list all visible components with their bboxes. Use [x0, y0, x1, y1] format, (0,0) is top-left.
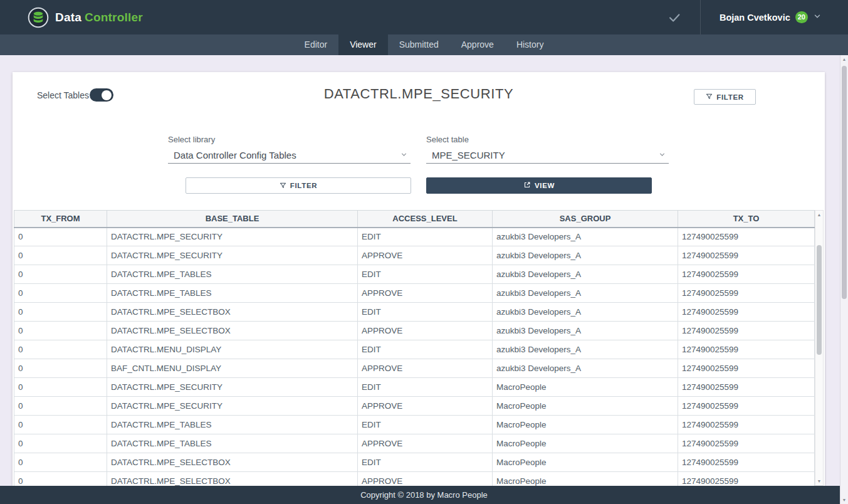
view-button[interactable]: VIEW: [426, 177, 652, 194]
table-cell[interactable]: MacroPeople: [493, 453, 678, 472]
table-cell[interactable]: 127490025599: [678, 472, 815, 486]
table-scrollbar[interactable]: ▲ ▼: [815, 210, 824, 486]
table-cell[interactable]: EDIT: [358, 416, 493, 434]
table-cell[interactable]: azukbi3 Developers_A: [493, 284, 678, 303]
table-cell[interactable]: azukbi3 Developers_A: [493, 246, 678, 265]
table-cell[interactable]: MacroPeople: [493, 378, 678, 397]
table-cell[interactable]: 0: [14, 359, 107, 378]
table-cell[interactable]: DATACTRL.MPE_SECURITY: [107, 246, 358, 265]
table-row[interactable]: 0DATACTRL.MPE_TABLESAPPROVEazukbi3 Devel…: [14, 284, 815, 303]
column-header[interactable]: ACCESS_LEVEL: [358, 211, 493, 228]
column-header[interactable]: TX_TO: [678, 211, 815, 228]
table-row[interactable]: 0DATACTRL.MPE_TABLESEDITMacroPeople12749…: [14, 416, 815, 434]
library-select[interactable]: Data Controller Config Tables: [168, 147, 411, 164]
table-cell[interactable]: DATACTRL.MPE_SELECTBOX: [107, 303, 358, 322]
table-cell[interactable]: APPROVE: [358, 359, 493, 378]
table-cell[interactable]: EDIT: [358, 340, 493, 359]
page-scrollbar[interactable]: ▲ ▼: [840, 55, 848, 504]
table-cell[interactable]: EDIT: [358, 378, 493, 397]
table-cell[interactable]: 0: [14, 265, 107, 284]
table-cell[interactable]: 127490025599: [678, 397, 815, 416]
table-cell[interactable]: APPROVE: [358, 246, 493, 265]
table-cell[interactable]: EDIT: [358, 303, 493, 322]
table-cell[interactable]: 0: [14, 378, 107, 397]
table-cell[interactable]: azukbi3 Developers_A: [493, 303, 678, 322]
table-cell[interactable]: BAF_CNTL.MENU_DISPLAY: [107, 359, 358, 378]
scroll-down-icon[interactable]: ▼: [815, 477, 823, 485]
table-cell[interactable]: DATACTRL.MENU_DISPLAY: [107, 340, 358, 359]
table-cell[interactable]: 127490025599: [678, 378, 815, 397]
tab-editor[interactable]: Editor: [293, 34, 339, 55]
table-cell[interactable]: 127490025599: [678, 284, 815, 303]
user-menu[interactable]: Bojan Cvetkovic 20: [701, 0, 848, 34]
table-row[interactable]: 0DATACTRL.MPE_TABLESEDITazukbi3 Develope…: [14, 265, 815, 284]
table-row[interactable]: 0BAF_CNTL.MENU_DISPLAYAPPROVEazukbi3 Dev…: [14, 359, 815, 378]
table-row[interactable]: 0DATACTRL.MPE_SECURITYEDITazukbi3 Develo…: [14, 228, 815, 246]
table-cell[interactable]: APPROVE: [358, 434, 493, 453]
table-cell[interactable]: DATACTRL.MPE_SECURITY: [107, 397, 358, 416]
table-cell[interactable]: 0: [14, 416, 107, 434]
tab-submitted[interactable]: Submitted: [388, 34, 450, 55]
table-cell[interactable]: DATACTRL.MPE_TABLES: [107, 284, 358, 303]
table-row[interactable]: 0DATACTRL.MPE_SECURITYEDITMacroPeople127…: [14, 378, 815, 397]
table-cell[interactable]: azukbi3 Developers_A: [493, 359, 678, 378]
column-header[interactable]: TX_FROM: [14, 211, 107, 228]
table-row[interactable]: 0DATACTRL.MPE_SELECTBOXAPPROVEazukbi3 De…: [14, 322, 815, 340]
table-cell[interactable]: 127490025599: [678, 453, 815, 472]
table-select[interactable]: MPE_SECURITY: [426, 147, 669, 164]
table-cell[interactable]: 127490025599: [678, 322, 815, 340]
table-row[interactable]: 0DATACTRL.MENU_DISPLAYEDITazukbi3 Develo…: [14, 340, 815, 359]
table-scrollbar-thumb[interactable]: [817, 245, 822, 355]
table-cell[interactable]: EDIT: [358, 453, 493, 472]
table-cell[interactable]: 0: [14, 303, 107, 322]
table-cell[interactable]: 0: [14, 322, 107, 340]
table-cell[interactable]: APPROVE: [358, 322, 493, 340]
table-cell[interactable]: DATACTRL.MPE_SELECTBOX: [107, 453, 358, 472]
table-row[interactable]: 0DATACTRL.MPE_TABLESAPPROVEMacroPeople12…: [14, 434, 815, 453]
table-row[interactable]: 0DATACTRL.MPE_SELECTBOXEDITazukbi3 Devel…: [14, 303, 815, 322]
table-cell[interactable]: azukbi3 Developers_A: [493, 340, 678, 359]
table-cell[interactable]: 127490025599: [678, 303, 815, 322]
table-cell[interactable]: 127490025599: [678, 340, 815, 359]
table-cell[interactable]: DATACTRL.MPE_TABLES: [107, 416, 358, 434]
tab-history[interactable]: History: [505, 34, 555, 55]
table-cell[interactable]: 127490025599: [678, 228, 815, 246]
table-cell[interactable]: 127490025599: [678, 434, 815, 453]
table-cell[interactable]: DATACTRL.MPE_TABLES: [107, 265, 358, 284]
table-cell[interactable]: EDIT: [358, 265, 493, 284]
table-cell[interactable]: DATACTRL.MPE_TABLES: [107, 434, 358, 453]
table-cell[interactable]: DATACTRL.MPE_SELECTBOX: [107, 322, 358, 340]
table-cell[interactable]: 127490025599: [678, 416, 815, 434]
table-cell[interactable]: 0: [14, 397, 107, 416]
table-row[interactable]: 0DATACTRL.MPE_SECURITYAPPROVEMacroPeople…: [14, 397, 815, 416]
table-cell[interactable]: azukbi3 Developers_A: [493, 228, 678, 246]
table-cell[interactable]: MacroPeople: [493, 416, 678, 434]
table-cell[interactable]: DATACTRL.MPE_SELECTBOX: [107, 472, 358, 486]
table-cell[interactable]: 127490025599: [678, 265, 815, 284]
table-cell[interactable]: APPROVE: [358, 284, 493, 303]
table-cell[interactable]: 0: [14, 246, 107, 265]
table-cell[interactable]: APPROVE: [358, 472, 493, 486]
scroll-up-icon[interactable]: ▲: [815, 211, 823, 219]
table-cell[interactable]: 0: [14, 284, 107, 303]
table-cell[interactable]: MacroPeople: [493, 434, 678, 453]
filter-button[interactable]: FILTER: [186, 177, 411, 194]
table-cell[interactable]: APPROVE: [358, 397, 493, 416]
tab-viewer[interactable]: Viewer: [338, 34, 388, 55]
table-cell[interactable]: 0: [14, 453, 107, 472]
table-row[interactable]: 0DATACTRL.MPE_SELECTBOXEDITMacroPeople12…: [14, 453, 815, 472]
table-cell[interactable]: azukbi3 Developers_A: [493, 265, 678, 284]
table-cell[interactable]: azukbi3 Developers_A: [493, 322, 678, 340]
table-cell[interactable]: DATACTRL.MPE_SECURITY: [107, 378, 358, 397]
table-cell[interactable]: EDIT: [358, 228, 493, 246]
table-cell[interactable]: 0: [14, 434, 107, 453]
scroll-up-icon[interactable]: ▲: [840, 55, 848, 63]
table-row[interactable]: 0DATACTRL.MPE_SECURITYAPPROVEazukbi3 Dev…: [14, 246, 815, 265]
filter-top-button[interactable]: FILTER: [694, 89, 756, 105]
column-header[interactable]: BASE_TABLE: [107, 211, 358, 228]
table-cell[interactable]: 0: [14, 340, 107, 359]
scroll-down-icon[interactable]: ▼: [840, 496, 848, 504]
table-cell[interactable]: 0: [14, 472, 107, 486]
table-cell[interactable]: MacroPeople: [493, 472, 678, 486]
table-cell[interactable]: MacroPeople: [493, 397, 678, 416]
